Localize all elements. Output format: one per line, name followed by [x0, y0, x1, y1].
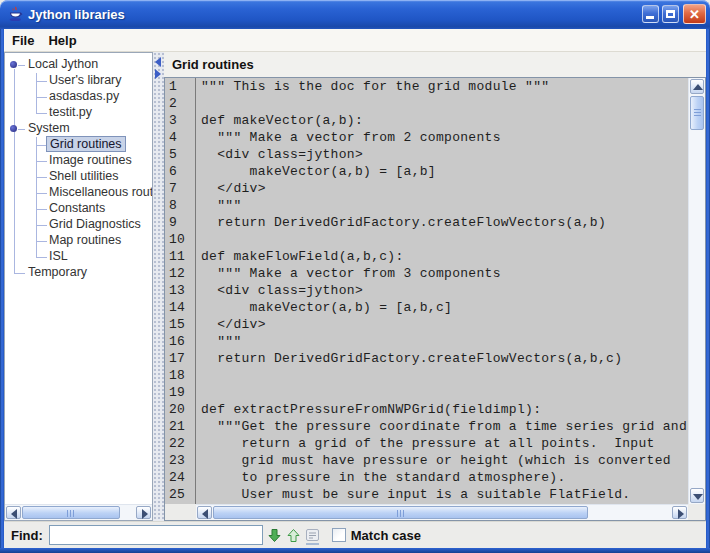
code-line: """Get the pressure coordinate from a ti… — [196, 418, 688, 435]
java-cup-icon — [7, 6, 24, 23]
line-number: 1 — [165, 78, 195, 95]
menu-help[interactable]: Help — [48, 33, 76, 48]
code-line: makeVector(a,b) = [a,b,c] — [196, 299, 688, 316]
collapse-right-icon[interactable] — [155, 69, 161, 79]
scroll-left-button[interactable] — [6, 506, 21, 519]
code-horizontal-scrollbar[interactable] — [196, 504, 688, 520]
line-number: 22 — [165, 435, 195, 452]
find-next-icon — [267, 528, 282, 543]
code-line: return DerivedGridFactory.createFlowVect… — [196, 350, 688, 367]
scroll-left-button[interactable] — [197, 506, 212, 519]
code-vertical-scrollbar[interactable] — [688, 78, 705, 504]
tree-item-system[interactable]: System — [5, 121, 152, 137]
line-number: 13 — [165, 282, 195, 299]
scroll-down-button[interactable] — [690, 488, 704, 503]
line-number: 18 — [165, 367, 195, 384]
match-case-checkbox[interactable] — [332, 528, 346, 542]
tree-item-label: asdasdas.py — [46, 89, 122, 103]
scroll-corner — [165, 504, 196, 520]
code-line: return a grid of the pressure at all poi… — [196, 435, 688, 452]
line-number: 3 — [165, 112, 195, 129]
tree-expand-handle-icon[interactable] — [10, 125, 17, 132]
code-editor[interactable]: """ This is the doc for the grid module … — [196, 78, 688, 504]
code-line: <div class=jython> — [196, 282, 688, 299]
find-input[interactable] — [49, 525, 263, 545]
line-number: 8 — [165, 197, 195, 214]
tree-item-label: Map routines — [46, 233, 124, 247]
scroll-right-button[interactable] — [136, 506, 151, 519]
tree-item-label: Shell utilities — [46, 169, 121, 183]
arrow-right-icon — [142, 509, 148, 519]
tree-item-image-routines[interactable]: Image routines — [5, 153, 152, 169]
scroll-right-button[interactable] — [672, 506, 687, 519]
code-line: def extractPressureFromNWPGrid(fieldimpl… — [196, 401, 688, 418]
find-label: Find: — [11, 528, 43, 543]
tree-item-constants[interactable]: Constants — [5, 201, 152, 217]
code-line: """ Make a vector from 2 components — [196, 129, 688, 146]
tree-horizontal-scrollbar[interactable] — [5, 504, 152, 520]
tree-item-map-routines[interactable]: Map routines — [5, 233, 152, 249]
tree-item-grid-routines[interactable]: Grid routines — [5, 137, 152, 153]
scrollbar-thumb[interactable] — [22, 506, 120, 519]
tree-item-user-s-library[interactable]: User's library — [5, 73, 152, 89]
scroll-corner — [688, 504, 705, 520]
tree-item-label: Temporary — [25, 265, 90, 279]
line-number: 12 — [165, 265, 195, 282]
tree-item-temporary[interactable]: Temporary — [5, 265, 152, 281]
line-number: 16 — [165, 333, 195, 350]
scroll-up-button[interactable] — [690, 79, 704, 94]
window-border — [0, 29, 4, 553]
code-line: """ Make a vector from 3 components — [196, 265, 688, 282]
library-tree-panel: Local JythonUser's libraryasdasdas.pytes… — [4, 52, 153, 521]
line-number: 7 — [165, 180, 195, 197]
highlight-all-button[interactable] — [305, 528, 320, 543]
split-divider[interactable] — [153, 52, 164, 521]
tree-item-isl[interactable]: ISL — [5, 249, 152, 265]
menu-file[interactable]: File — [12, 33, 34, 48]
tree-item-label: User's library — [46, 73, 125, 87]
line-number: 15 — [165, 316, 195, 333]
arrow-right-icon — [678, 509, 684, 519]
minimize-button[interactable] — [642, 5, 659, 23]
maximize-icon — [666, 10, 675, 18]
tree-item-local-jython[interactable]: Local Jython — [5, 57, 152, 73]
code-line: return DerivedGridFactory.createFlowVect… — [196, 214, 688, 231]
tree-item-asdasdas-py[interactable]: asdasdas.py — [5, 89, 152, 105]
minimize-icon — [646, 16, 654, 19]
match-case-label: Match case — [351, 528, 421, 543]
tree-connector — [18, 129, 25, 130]
tree-connector — [18, 65, 25, 66]
window-border — [0, 548, 710, 553]
tree-item-label: Grid routines — [46, 136, 126, 152]
app-window: Jython libraries ✕ File Help Local Jytho… — [0, 0, 710, 553]
line-number: 14 — [165, 299, 195, 316]
thumb-grip — [67, 510, 76, 517]
highlight-all-icon — [305, 528, 320, 543]
tree-item-label: Miscellaneous routines — [46, 185, 152, 199]
library-tree[interactable]: Local JythonUser's libraryasdasdas.pytes… — [5, 53, 152, 504]
line-number: 23 — [165, 452, 195, 469]
scrollbar-thumb[interactable] — [213, 506, 588, 519]
find-previous-button[interactable] — [286, 528, 301, 543]
tree-item-label: System — [25, 121, 73, 135]
line-number: 4 — [165, 129, 195, 146]
scrollbar-thumb[interactable] — [690, 96, 704, 130]
code-line: grid must have pressure or height (which… — [196, 452, 688, 469]
code-line: </div> — [196, 180, 688, 197]
code-line: to pressure in the standard atmosphere). — [196, 469, 688, 486]
tree-item-grid-diagnostics[interactable]: Grid Diagnostics — [5, 217, 152, 233]
collapse-left-icon[interactable] — [155, 57, 161, 67]
title-bar[interactable]: Jython libraries ✕ — [0, 0, 710, 29]
tree-expand-handle-icon[interactable] — [10, 61, 17, 68]
editor-title: Grid routines — [164, 52, 706, 77]
line-number: 20 — [165, 401, 195, 418]
close-icon: ✕ — [684, 5, 705, 23]
code-line — [196, 95, 688, 112]
code-line: <div class=jython> — [196, 146, 688, 163]
close-button[interactable]: ✕ — [683, 4, 706, 24]
find-next-button[interactable] — [267, 528, 282, 543]
maximize-button[interactable] — [662, 5, 679, 23]
tree-item-shell-utilities[interactable]: Shell utilities — [5, 169, 152, 185]
tree-item-miscellaneous-routines[interactable]: Miscellaneous routines — [5, 185, 152, 201]
tree-item-testit-py[interactable]: testit.py — [5, 105, 152, 121]
